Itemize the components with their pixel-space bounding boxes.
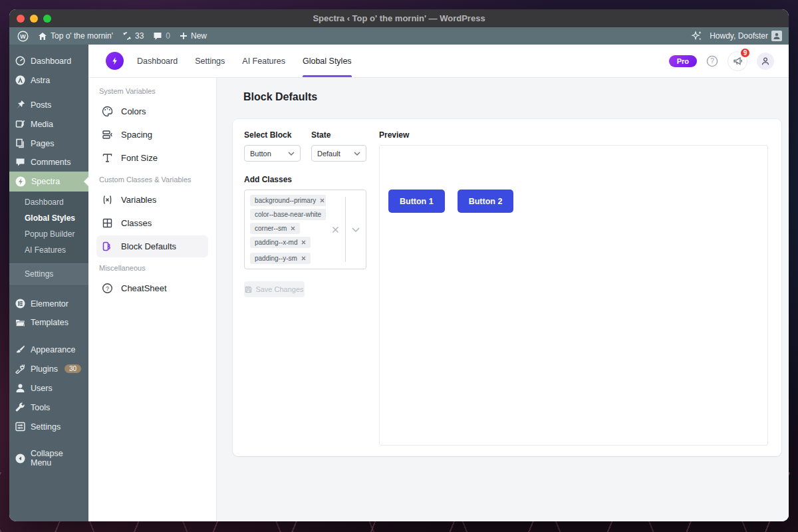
class-tag: background--primary bbox=[250, 195, 326, 206]
site-name-link[interactable]: Top o' the mornin' bbox=[38, 31, 113, 41]
section-label: Custom Classes & Variables bbox=[99, 176, 205, 184]
sidebar-item-label: Plugins bbox=[31, 364, 58, 374]
font-size-icon bbox=[102, 152, 113, 164]
new-label: New bbox=[191, 31, 207, 41]
my-account-menu[interactable]: Howdy, Doofster bbox=[710, 31, 782, 41]
sidebar-item-variables[interactable]: Variables bbox=[96, 189, 208, 211]
help-button[interactable]: ? bbox=[706, 55, 718, 67]
sidebar-item-posts[interactable]: Posts bbox=[9, 95, 88, 114]
clear-icon bbox=[332, 226, 339, 233]
pro-badge[interactable]: Pro bbox=[669, 55, 697, 67]
sidebar-item-font-size[interactable]: Font Size bbox=[96, 147, 208, 169]
close-window-button[interactable] bbox=[17, 15, 25, 23]
updates-icon bbox=[122, 31, 132, 41]
section-label: Miscellaneous bbox=[99, 264, 205, 272]
whats-new-button[interactable]: 9 bbox=[728, 51, 747, 71]
sidebar-item-classes[interactable]: Classes bbox=[96, 212, 208, 234]
submenu-item-global-styles[interactable]: Global Styles bbox=[9, 210, 88, 226]
submenu-item-popup-builder[interactable]: Popup Builder bbox=[9, 226, 88, 242]
tab-settings[interactable]: Settings bbox=[195, 45, 225, 77]
updates-count: 33 bbox=[135, 31, 144, 41]
sidebar-item-label: Tools bbox=[31, 403, 50, 412]
sidebar-item-label: Collapse Menu bbox=[31, 449, 83, 467]
sidebar-item-appearance[interactable]: Appearance bbox=[9, 340, 88, 359]
collapse-menu-button[interactable]: Collapse Menu bbox=[9, 444, 88, 472]
tab-global-styles[interactable]: Global Styles bbox=[303, 45, 352, 77]
sidebar-item-dashboard[interactable]: Dashboard bbox=[9, 51, 88, 70]
class-tag-label: color--base-near-white bbox=[255, 211, 321, 218]
submenu-item-ai-features[interactable]: AI Features bbox=[9, 242, 88, 258]
save-changes-button[interactable]: Save Changes bbox=[244, 281, 305, 297]
comments-link[interactable]: 0 bbox=[153, 31, 170, 41]
new-content-link[interactable]: New bbox=[180, 31, 207, 41]
sidebar-item-media[interactable]: Media bbox=[9, 114, 88, 134]
open-classes-dropdown-button[interactable] bbox=[346, 195, 366, 264]
remove-tag-icon[interactable] bbox=[301, 240, 306, 245]
sidebar-item-label: Astra bbox=[31, 76, 50, 85]
clear-all-classes-button[interactable] bbox=[326, 195, 345, 264]
select-block-label: Select Block bbox=[244, 130, 301, 140]
block-defaults-icon bbox=[102, 241, 113, 252]
sidebar-item-spectra[interactable]: Spectra bbox=[9, 172, 88, 192]
sidebar-item-users[interactable]: Users bbox=[9, 378, 88, 398]
zoom-window-button[interactable] bbox=[43, 15, 51, 23]
sidebar-item-settings[interactable]: Settings bbox=[9, 417, 88, 436]
sidebar-item-block-defaults[interactable]: Block Defaults bbox=[96, 235, 208, 257]
class-tag-label: padding--x-md bbox=[255, 239, 297, 246]
add-classes-group: Add Classes background--primary co bbox=[244, 175, 366, 269]
sidebar-item-plugins[interactable]: Plugins 30 bbox=[9, 359, 88, 378]
current-menu-arrow bbox=[84, 177, 88, 186]
sidebar-item-label: CheatSheet bbox=[121, 283, 167, 293]
remove-tag-icon[interactable] bbox=[301, 256, 306, 261]
megaphone-icon bbox=[733, 57, 743, 66]
spectra-header-logo-icon[interactable] bbox=[106, 52, 124, 70]
palette-icon bbox=[102, 106, 113, 117]
tab-ai-features[interactable]: AI Features bbox=[242, 45, 285, 77]
select-block-dropdown[interactable]: Button bbox=[244, 145, 301, 162]
sidebar-item-astra[interactable]: Astra bbox=[9, 70, 88, 90]
svg-text:?: ? bbox=[106, 285, 109, 292]
sidebar-item-tools[interactable]: Tools bbox=[9, 398, 88, 417]
user-icon bbox=[15, 383, 25, 393]
spectra-app-header: Dashboard Settings AI Features Global St… bbox=[88, 45, 789, 78]
wp-logo-menu[interactable]: W bbox=[17, 31, 29, 42]
sidebar-item-templates[interactable]: Templates bbox=[9, 313, 88, 332]
sidebar-item-colors[interactable]: Colors bbox=[96, 100, 208, 122]
state-value: Default bbox=[317, 150, 340, 158]
wp-sidebar: Dashboard Astra Posts bbox=[9, 45, 88, 521]
svg-text:?: ? bbox=[710, 57, 714, 65]
sidebar-item-label: Pages bbox=[31, 139, 54, 148]
spectra-logo-icon bbox=[15, 176, 26, 187]
sidebar-item-elementor[interactable]: Elementor bbox=[9, 294, 88, 313]
ai-sparkles-icon[interactable] bbox=[691, 30, 703, 42]
preview-button-2[interactable]: Button 2 bbox=[458, 190, 514, 213]
remove-tag-icon[interactable] bbox=[291, 226, 295, 231]
class-tag-label: background--primary bbox=[255, 197, 316, 204]
howdy-label: Howdy, Doofster bbox=[710, 31, 768, 41]
preview-button-1[interactable]: Button 1 bbox=[388, 190, 445, 213]
minimize-window-button[interactable] bbox=[30, 15, 38, 23]
plugins-update-badge: 30 bbox=[65, 364, 81, 373]
sidebar-item-cheatsheet[interactable]: ? CheatSheet bbox=[96, 277, 208, 299]
updates-link[interactable]: 33 bbox=[122, 31, 144, 41]
tab-dashboard[interactable]: Dashboard bbox=[137, 45, 178, 77]
account-button[interactable] bbox=[757, 53, 774, 70]
settings-sliders-icon bbox=[15, 422, 25, 432]
chevron-down-icon bbox=[352, 227, 360, 232]
classes-multiselect[interactable]: background--primary color--base-near-whi… bbox=[244, 190, 366, 269]
sidebar-item-spectra-settings[interactable]: Settings bbox=[9, 263, 88, 285]
sidebar-item-spacing[interactable]: Spacing bbox=[96, 124, 208, 146]
cheatsheet-icon: ? bbox=[102, 283, 113, 294]
remove-tag-icon[interactable] bbox=[320, 198, 325, 203]
state-dropdown[interactable]: Default bbox=[311, 145, 366, 162]
browser-window: Spectra ‹ Top o' the mornin' — WordPress… bbox=[9, 9, 789, 521]
help-icon: ? bbox=[706, 55, 718, 67]
sidebar-item-label: Colors bbox=[121, 106, 146, 116]
sidebar-item-label: Font Size bbox=[121, 153, 158, 163]
sidebar-item-pages[interactable]: Pages bbox=[9, 134, 88, 153]
media-icon bbox=[15, 119, 25, 129]
pages-icon bbox=[15, 138, 25, 148]
class-tag-label: corner--sm bbox=[255, 225, 287, 232]
submenu-item-dashboard[interactable]: Dashboard bbox=[9, 194, 88, 210]
sidebar-item-comments[interactable]: Comments bbox=[9, 153, 88, 172]
